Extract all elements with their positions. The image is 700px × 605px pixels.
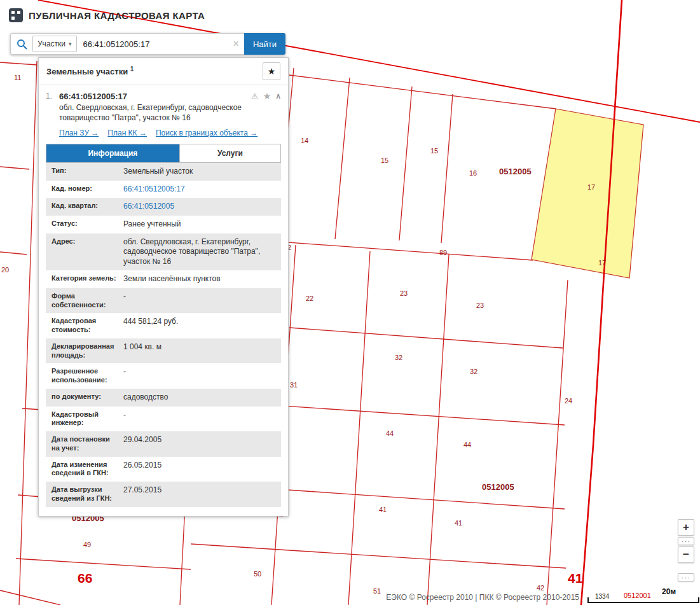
search-category-select[interactable]: Участки ▾ xyxy=(32,36,77,52)
table-row: Дата изменения сведений в ГКН:26.05.2015 xyxy=(46,457,281,482)
more-options-bottom-button[interactable]: ··· xyxy=(678,573,694,581)
row-value: 29.04.2005 xyxy=(121,431,281,457)
table-row: Статус:Ранее учтенный xyxy=(46,216,281,233)
table-row: Категория земель:Земли населённых пункто… xyxy=(46,270,281,288)
row-label: Дата выгрузки сведений из ГКН: xyxy=(46,482,121,507)
collapse-icon[interactable]: ∧ xyxy=(275,92,281,101)
more-options-top-button[interactable]: ··· xyxy=(678,537,694,545)
row-value: 26.05.2015 xyxy=(121,457,281,482)
row-value: 444 581,24 руб. xyxy=(121,313,281,338)
result-index: 1. xyxy=(46,92,59,101)
table-row: по документу:садоводство xyxy=(46,389,281,407)
row-label: Кадастровый инженер: xyxy=(46,407,121,432)
results-panel: Земельные участки 1 ★ 1. 66:41:0512005:1… xyxy=(38,57,289,517)
parcel-number: 66:41:0512005:17 xyxy=(59,92,127,101)
row-label: Кадастровая стоимость: xyxy=(46,313,121,338)
chevron-down-icon: ▾ xyxy=(69,41,72,47)
quarter-boundary-line xyxy=(581,0,622,605)
row-label: Кад. номер: xyxy=(46,181,121,198)
clear-search-icon[interactable]: × xyxy=(228,38,244,50)
zoom-in-button[interactable]: + xyxy=(678,519,694,536)
row-value: - xyxy=(121,407,281,432)
result-link[interactable]: План КК → xyxy=(107,129,147,137)
row-value: - xyxy=(121,288,281,314)
result-tabs: ИнформацияУслуги xyxy=(46,144,281,163)
table-row: Кадастровый инженер:- xyxy=(46,407,281,432)
row-label: Разрешенное использование: xyxy=(46,363,121,389)
result-link[interactable]: Поиск в границах объекта → xyxy=(156,129,257,137)
table-row: Дата выгрузки сведений из ГКН:27.05.2015 xyxy=(46,482,281,507)
tab-информация[interactable]: Информация xyxy=(46,144,179,162)
detail-table: Тип:Земельный участокКад. номер:66:41:05… xyxy=(46,163,281,506)
row-label: Статус: xyxy=(46,216,121,233)
page-title: ПУБЛИЧНАЯ КАДАСТРОВАЯ КАРТА xyxy=(29,10,205,21)
table-row: Форма собственности:- xyxy=(46,288,281,314)
table-row: Кад. квартал:66:41:0512005 xyxy=(46,198,281,216)
search-input[interactable] xyxy=(82,39,228,50)
row-value: садоводство xyxy=(121,389,281,407)
row-value: Земельный участок xyxy=(121,163,281,181)
favorite-button[interactable]: ★ xyxy=(263,62,280,80)
warning-icon[interactable]: ⚠ xyxy=(251,92,259,101)
map-controls: + ··· − ··· xyxy=(678,519,694,583)
table-row: Дата постановки на учет:29.04.2005 xyxy=(46,431,281,457)
row-value: Ранее учтенный xyxy=(121,216,281,233)
row-label: Декларированная площадь: xyxy=(46,338,121,364)
app-header: ПУБЛИЧНАЯ КАДАСТРОВАЯ КАРТА xyxy=(0,0,205,31)
row-value: 1 004 кв. м xyxy=(121,338,281,364)
search-icon[interactable] xyxy=(11,39,32,50)
table-row: Декларированная площадь:1 004 кв. м xyxy=(46,338,281,364)
result-link[interactable]: План ЗУ → xyxy=(59,129,99,137)
row-label: Кад. квартал: xyxy=(46,198,121,216)
row-value: Земли населённых пунктов xyxy=(121,270,281,288)
row-label: Форма собственности: xyxy=(46,288,121,314)
row-value: - xyxy=(121,363,281,389)
parcel-address: обл. Свердловская, г. Екатеринбург, садо… xyxy=(59,103,250,123)
row-label: Категория земель: xyxy=(46,270,121,288)
table-row: Адрес:обл. Свердловская, г. Екатеринбург… xyxy=(46,233,281,271)
scale-bar xyxy=(587,597,699,603)
table-row: Кад. номер:66:41:0512005:17 xyxy=(46,181,281,198)
row-label: Дата изменения сведений в ГКН: xyxy=(46,457,121,482)
row-label: Тип: xyxy=(46,163,121,181)
row-value: 27.05.2015 xyxy=(121,482,281,507)
result-number-row: 1. 66:41:0512005:17 ⚠ ★ ∧ xyxy=(46,91,281,101)
row-value: обл. Свердловская, г. Екатеринбург, садо… xyxy=(121,233,281,271)
row-label: Дата постановки на учет: xyxy=(46,431,121,457)
result-card: 1. 66:41:0512005:17 ⚠ ★ ∧ обл. Свердловс… xyxy=(39,85,288,516)
zoom-out-button[interactable]: − xyxy=(678,546,694,563)
results-count: 1 xyxy=(130,66,134,73)
scale-label: 20м xyxy=(662,587,676,596)
row-value-link[interactable]: 66:41:0512005 xyxy=(121,198,281,216)
table-row: Тип:Земельный участок xyxy=(46,163,281,181)
search-bar: Участки ▾ × Найти xyxy=(10,33,285,55)
map-attribution: ЕЭКО © Росреестр 2010 | ПКК © Росреестр … xyxy=(386,593,579,602)
table-row: Разрешенное использование:- xyxy=(46,363,281,389)
search-button[interactable]: Найти xyxy=(244,33,285,55)
selected-parcel[interactable] xyxy=(532,109,643,278)
star-icon[interactable]: ★ xyxy=(263,91,271,101)
row-label: по документу: xyxy=(46,389,121,407)
table-row: Кадастровая стоимость:444 581,24 руб. xyxy=(46,313,281,338)
app-logo-icon xyxy=(9,8,23,22)
row-value-link[interactable]: 66:41:0512005:17 xyxy=(121,181,281,198)
search-category-label: Участки xyxy=(38,39,65,48)
results-title: Земельные участки 1 xyxy=(46,66,134,76)
row-label: Адрес: xyxy=(46,233,121,271)
result-links: План ЗУ →План КК →Поиск в границах объек… xyxy=(59,127,281,138)
tab-услуги[interactable]: Услуги xyxy=(179,144,280,162)
results-header: Земельные участки 1 ★ xyxy=(39,58,288,85)
